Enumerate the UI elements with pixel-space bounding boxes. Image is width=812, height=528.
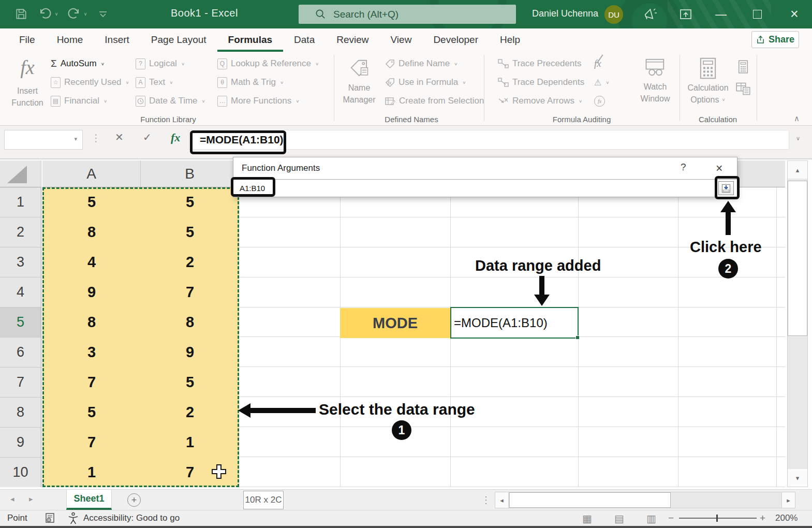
watch-window-button[interactable]: Watch Window [632, 58, 678, 105]
cell-a9[interactable]: 7 [42, 427, 141, 457]
tab-formulas[interactable]: Formulas [217, 28, 284, 52]
scroll-down-button[interactable]: ▾ [788, 469, 807, 487]
mode-label-cell[interactable]: MODE [340, 308, 450, 338]
name-box[interactable]: ▾ [4, 130, 83, 150]
cell-b8[interactable]: 2 [141, 397, 239, 427]
redo-button[interactable] [65, 6, 83, 22]
evaluate-formula-button[interactable]: fx [594, 94, 625, 108]
math-trig-button[interactable]: θ Math & Trig ∨ [217, 76, 319, 89]
redo-dropdown[interactable]: ∨ [81, 6, 90, 22]
undo-dropdown[interactable]: ∨ [52, 6, 61, 22]
recently-used-button[interactable]: ☆ Recently Used ∨ [51, 76, 129, 89]
zoom-out-button[interactable]: − [668, 512, 674, 524]
new-sheet-button[interactable]: + [127, 493, 141, 507]
name-box-dropdown-icon[interactable]: ▾ [74, 136, 77, 142]
scroll-left-button[interactable]: ◂ [495, 492, 509, 508]
row-header-3[interactable]: 3 [0, 247, 41, 277]
cell-a6[interactable]: 3 [42, 338, 141, 368]
insert-function-button[interactable]: fx Insert Function [5, 57, 50, 109]
tab-insert[interactable]: Insert [94, 28, 140, 52]
show-formulas-button[interactable]: fx [594, 57, 625, 70]
trace-precedents-button[interactable]: Trace Precedents [498, 57, 584, 70]
row-header-1[interactable]: 1 [0, 187, 41, 217]
collapse-dialog-button[interactable] [718, 181, 734, 195]
calculation-options-button[interactable]: Calculation Options∨ [683, 57, 733, 106]
tab-scrollbar-grip[interactable]: ⋮ [481, 494, 491, 506]
dialog-close-button[interactable]: × [716, 162, 722, 175]
ribbon-display-options-button[interactable] [677, 7, 695, 22]
tab-developer[interactable]: Developer [422, 28, 489, 52]
remove-arrows-button[interactable]: Remove Arrows ∨ [498, 94, 584, 108]
next-sheet-button[interactable]: ▸ [29, 494, 33, 504]
create-from-selection-button[interactable]: Create from Selection [385, 94, 484, 108]
row-header-6[interactable]: 6 [0, 338, 41, 368]
cell-a1[interactable]: 5 [42, 187, 141, 217]
search-box[interactable]: Search (Alt+Q) [299, 5, 516, 24]
calculate-now-button[interactable] [737, 60, 749, 74]
cell-a10[interactable]: 1 [42, 457, 141, 487]
cancel-button[interactable]: ✕ [115, 131, 124, 143]
lookup-reference-button[interactable]: Q Lookup & Reference ∨ [217, 57, 319, 70]
cell-a5[interactable]: 8 [42, 307, 141, 338]
error-checking-button[interactable]: ⚠ ∨ [594, 76, 625, 89]
define-name-button[interactable]: Define Name ∨ [385, 57, 484, 70]
tab-review[interactable]: Review [326, 28, 379, 52]
previous-sheet-button[interactable]: ◂ [10, 494, 14, 504]
text-button[interactable]: A Text ∨ [136, 76, 205, 89]
tab-data[interactable]: Data [283, 28, 326, 52]
accessibility-button[interactable]: Accessibility: Good to go [67, 512, 180, 524]
column-header-b[interactable]: B [141, 160, 239, 187]
macro-record-button[interactable] [45, 512, 56, 524]
cell-b4[interactable]: 7 [141, 277, 239, 307]
cell-b9[interactable]: 1 [141, 427, 239, 457]
scroll-right-button[interactable]: ▸ [781, 492, 795, 508]
minimize-button[interactable]: — [708, 0, 734, 28]
cell-a7[interactable]: 7 [42, 367, 141, 397]
autosum-button[interactable]: Σ AutoSum ∨ [51, 57, 129, 70]
share-button[interactable]: Share [751, 31, 799, 48]
cell-b2[interactable]: 5 [141, 217, 239, 247]
horizontal-scroll-thumb[interactable] [509, 492, 671, 508]
tab-home[interactable]: Home [46, 28, 94, 52]
coming-soon-button[interactable] [641, 7, 658, 22]
row-header-7[interactable]: 7 [0, 368, 41, 398]
sheet-tab-sheet1[interactable]: Sheet1 [66, 490, 112, 510]
range-input-field[interactable]: A1:B10 [233, 179, 737, 197]
cell-b5[interactable]: 8 [141, 307, 239, 338]
row-header-9[interactable]: 9 [0, 428, 41, 458]
column-header-a[interactable]: A [42, 160, 141, 187]
name-manager-button[interactable]: Name Manager [336, 58, 382, 106]
customize-qat-button[interactable] [94, 6, 112, 22]
row-header-4[interactable]: 4 [0, 277, 41, 307]
logical-button[interactable]: ? Logical ∨ [136, 57, 205, 70]
use-in-formula-button[interactable]: fx Use in Formula ∨ [385, 76, 484, 89]
formula-input[interactable]: =MODE(A1:B10) [189, 130, 789, 150]
cell-b7[interactable]: 5 [141, 367, 239, 397]
collapse-ribbon-button[interactable]: ∧ [794, 114, 800, 123]
tab-file[interactable]: File [8, 28, 46, 52]
row-header-2[interactable]: 2 [0, 217, 41, 247]
scroll-up-button[interactable]: ▴ [788, 161, 807, 179]
vertical-scroll-thumb[interactable] [788, 181, 807, 336]
tab-view[interactable]: View [380, 28, 423, 52]
cell-a8[interactable]: 5 [42, 397, 141, 427]
fill-handle[interactable] [575, 335, 580, 340]
maximize-button[interactable] [744, 0, 770, 28]
cell-a3[interactable]: 4 [42, 247, 141, 277]
cell-b3[interactable]: 2 [141, 247, 239, 277]
undo-button[interactable] [36, 6, 54, 22]
insert-function-fx-button[interactable]: fx [171, 131, 180, 144]
select-all-button[interactable] [0, 160, 41, 187]
horizontal-scrollbar[interactable]: ◂ ▸ [495, 492, 795, 508]
close-button[interactable]: × [781, 0, 807, 28]
financial-button[interactable]: ▤ Financial ∨ [51, 94, 129, 108]
enter-button[interactable]: ✓ [143, 131, 152, 143]
row-header-5[interactable]: 5 [0, 307, 41, 338]
tab-page-layout[interactable]: Page Layout [140, 28, 217, 52]
page-break-view-button[interactable]: ▥ [646, 512, 656, 525]
more-functions-button[interactable]: … More Functions ∨ [217, 94, 319, 108]
zoom-slider[interactable] [679, 518, 757, 519]
calculate-sheet-button[interactable] [736, 82, 750, 95]
tab-help[interactable]: Help [489, 28, 531, 52]
formula-bar-grip[interactable]: ⋮ [91, 132, 101, 144]
